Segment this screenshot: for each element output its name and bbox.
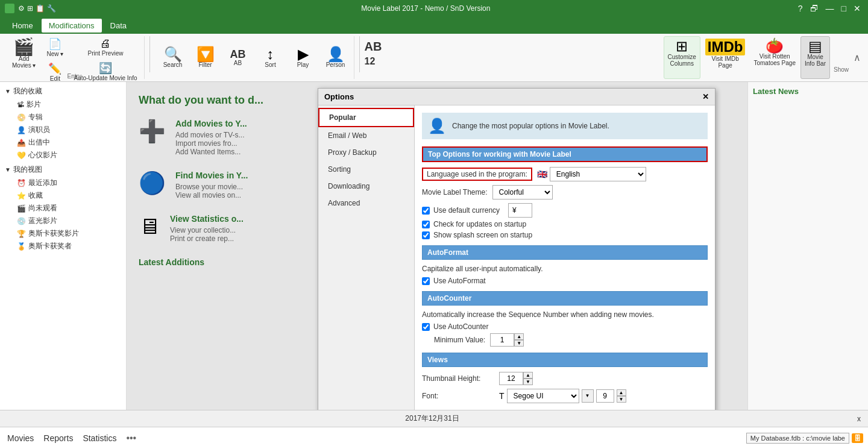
updates-label: Check for updates on startup bbox=[433, 220, 526, 228]
title-bar: ⚙ ⊞ 📋 🔧 Movie Label 2017 - Nemo / SnD Ve… bbox=[0, 0, 868, 17]
menu-home[interactable]: Home bbox=[5, 19, 40, 33]
ribbon-visit-imdb[interactable]: IMDb Visit IMDbPage bbox=[702, 36, 749, 79]
sidebar-item-movies[interactable]: 📽 影片 bbox=[0, 98, 126, 111]
autocounter-checkbox[interactable] bbox=[422, 323, 430, 331]
customize-columns-label: CustomizeColumns bbox=[668, 54, 696, 67]
language-select[interactable]: English bbox=[550, 167, 646, 181]
ribbon-person[interactable]: 👤 Person bbox=[321, 45, 350, 71]
more-tabs-btn[interactable]: ••• bbox=[126, 433, 136, 444]
thumbnail-height-spinner: ▲ ▼ bbox=[499, 372, 533, 385]
sidebar-item-cast[interactable]: 👤 演职员 bbox=[0, 124, 126, 136]
status-x: x bbox=[857, 415, 861, 423]
min-value-input[interactable] bbox=[490, 333, 514, 347]
ribbon-auto-update[interactable]: 🔄 Auto-Update Movie Info bbox=[71, 60, 140, 83]
dialog-nav-advanced[interactable]: Advanced bbox=[318, 195, 414, 212]
menu-data[interactable]: Data bbox=[103, 19, 134, 33]
ribbon-customize-columns[interactable]: ⊞ CustomizeColumns bbox=[664, 36, 700, 79]
menu-bar: Home Modifications Data bbox=[0, 17, 868, 34]
movie-info-label: MovieInfo Bar bbox=[805, 54, 826, 67]
thumbnail-down[interactable]: ▼ bbox=[523, 378, 533, 385]
currency-symbol-input[interactable] bbox=[508, 203, 532, 218]
autoformat-row: Use AutoFormat bbox=[422, 277, 708, 285]
sidebar-item-lending[interactable]: 📤 出借中 bbox=[0, 136, 126, 149]
ribbon-collapse[interactable]: ∧ bbox=[851, 36, 863, 79]
collection-label: 我的收藏 bbox=[13, 86, 42, 96]
tab-movies[interactable]: Movies bbox=[7, 431, 34, 445]
edit-icon: ✏️ bbox=[48, 62, 61, 75]
sidebar-item-albums[interactable]: 📀 专辑 bbox=[0, 111, 126, 124]
dialog-nav-sorting[interactable]: Sorting bbox=[318, 161, 414, 178]
ribbon-add-movies[interactable]: 🎬 AddMovies ▾ bbox=[8, 36, 39, 72]
imdb-label: Visit IMDbPage bbox=[711, 55, 738, 69]
font-dropdown-btn[interactable]: ▼ bbox=[582, 389, 594, 403]
sidebar-item-oscar-winner[interactable]: 🏅 奥斯卡获奖者 bbox=[0, 240, 126, 253]
sidebar-item-favorites[interactable]: ⭐ 收藏 bbox=[0, 189, 126, 202]
dialog-nav-email-web[interactable]: Email / Web bbox=[318, 127, 414, 144]
min-value-up[interactable]: ▲ bbox=[514, 333, 524, 340]
currency-checkbox[interactable] bbox=[422, 207, 430, 215]
sidebar-item-oscar-winner-movies[interactable]: 🏆 奥斯卡获奖影片 bbox=[0, 227, 126, 240]
sidebar-views-header[interactable]: ▼ 我的视图 bbox=[0, 163, 126, 177]
font-select[interactable]: Segoe UI bbox=[507, 389, 579, 403]
font-row: Font: T Segoe UI ▼ ▲ ▼ bbox=[422, 389, 708, 403]
dialog-nav-downloading[interactable]: Downloading bbox=[318, 178, 414, 195]
ribbon-filter[interactable]: 🔽 Filter bbox=[191, 45, 220, 71]
dialog-nav: Popular Email / Web Proxy / Backup Sorti… bbox=[318, 105, 415, 410]
splash-row: Show splash screen on startup bbox=[422, 231, 708, 239]
splash-checkbox[interactable] bbox=[422, 231, 430, 239]
menu-modifications[interactable]: Modifications bbox=[42, 19, 102, 33]
font-size-input[interactable] bbox=[596, 389, 614, 403]
title-bar-left: ⚙ ⊞ 📋 🔧 bbox=[5, 4, 56, 13]
font-size-down[interactable]: ▼ bbox=[617, 396, 626, 403]
ribbon-edit[interactable]: ✏️ Edit bbox=[42, 60, 68, 84]
ribbon-visit-rotten[interactable]: 🍅 Visit RottenTomatoes Page bbox=[750, 36, 799, 79]
sidebar-item-recent[interactable]: ⏰ 最近添加 bbox=[0, 177, 126, 189]
minimize-btn[interactable]: — bbox=[823, 4, 837, 13]
albums-icon: 📀 bbox=[17, 113, 26, 122]
bottom-bar: Movies Reports Statistics ••• My Databas… bbox=[0, 427, 868, 446]
autocounter-row: Use AutoCounter bbox=[422, 322, 708, 331]
theme-select[interactable]: Colorful bbox=[492, 185, 553, 199]
currency-row: Use default currency bbox=[422, 203, 708, 218]
sidebar-item-unwatched[interactable]: 🎬 尚未观看 bbox=[0, 202, 126, 215]
thumbnail-up[interactable]: ▲ bbox=[523, 372, 533, 378]
icon-settings[interactable]: ⚙ bbox=[18, 4, 25, 13]
views-label: 我的视图 bbox=[13, 165, 42, 175]
bluray-label: 蓝光影片 bbox=[28, 216, 57, 226]
collection-arrow: ▼ bbox=[5, 88, 11, 95]
icon-config[interactable]: 🔧 bbox=[47, 4, 56, 13]
ribbon-print-preview[interactable]: 🖨 Print Preview bbox=[71, 36, 140, 58]
ribbon-movie-info-bar[interactable]: ▤ MovieInfo Bar bbox=[800, 36, 830, 79]
ribbon-play[interactable]: ▶ Play bbox=[289, 45, 318, 71]
sidebar-item-bluray[interactable]: 💿 蓝光影片 bbox=[0, 215, 126, 227]
dialog-nav-popular[interactable]: Popular bbox=[318, 108, 414, 127]
min-value-down[interactable]: ▼ bbox=[514, 340, 524, 347]
dialog-nav-proxy-backup[interactable]: Proxy / Backup bbox=[318, 144, 414, 161]
autoformat-label: Use AutoFormat bbox=[433, 277, 486, 285]
db-icon: 🗄 bbox=[852, 433, 863, 443]
tab-reports[interactable]: Reports bbox=[43, 431, 73, 445]
updates-checkbox[interactable] bbox=[422, 221, 430, 228]
font-size-up[interactable]: ▲ bbox=[617, 389, 626, 396]
restore-btn[interactable]: 🗗 bbox=[808, 4, 821, 13]
ribbon-search[interactable]: 🔍 Search bbox=[159, 45, 187, 71]
ribbon-ab[interactable]: AB AB bbox=[224, 46, 253, 69]
dialog-close-icon[interactable]: ✕ bbox=[702, 92, 709, 101]
icon-docs[interactable]: 📋 bbox=[36, 4, 45, 13]
bottom-tabs: Movies Reports Statistics ••• bbox=[0, 427, 143, 447]
bluray-icon: 💿 bbox=[17, 217, 26, 225]
icon-grid[interactable]: ⊞ bbox=[27, 4, 33, 13]
add-movies-icon: 🎬 bbox=[13, 39, 34, 55]
help-btn[interactable]: ? bbox=[796, 4, 805, 13]
sidebar-collection-header[interactable]: ▼ 我的收藏 bbox=[0, 84, 126, 98]
close-btn[interactable]: ✕ bbox=[851, 4, 863, 13]
autoformat-checkbox[interactable] bbox=[422, 277, 430, 285]
charity-label: 心仪影片 bbox=[28, 150, 57, 160]
ribbon-sort[interactable]: ↕ Sort bbox=[256, 45, 285, 71]
right-panel: Latest News bbox=[747, 82, 868, 410]
tab-statistics[interactable]: Statistics bbox=[83, 431, 116, 445]
ribbon-new[interactable]: 📄 New ▾ bbox=[42, 36, 68, 59]
thumbnail-height-input[interactable] bbox=[499, 372, 523, 385]
maximize-btn[interactable]: □ bbox=[839, 4, 849, 13]
sidebar-item-charity[interactable]: 💛 心仪影片 bbox=[0, 149, 126, 162]
